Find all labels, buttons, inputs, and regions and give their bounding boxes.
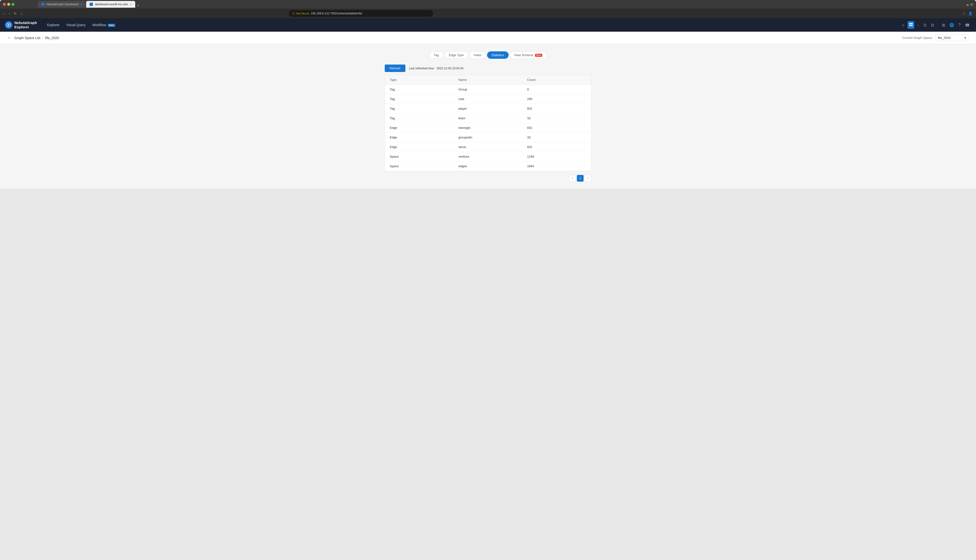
- tab-label-dashboard: dashboard.vesoft-inc.com: [95, 3, 128, 6]
- titlebar: NebulaGraph Dashboard ✕ dashboard.vesoft…: [0, 0, 976, 8]
- refresh-button-browser[interactable]: ↻: [13, 10, 18, 16]
- col-header-name: Name: [454, 75, 522, 85]
- td-count: 32: [522, 133, 591, 142]
- breadcrumb-bar: ← Graph Space List / fifa_2020 Current G…: [0, 32, 976, 44]
- nav-item-explorer[interactable]: Explorer: [44, 22, 62, 28]
- refresh-stats-btn[interactable]: Refresh: [385, 65, 405, 72]
- nav-right: ⊹ ↓ ⊡ ⊟ ⊞ 🌐 ? ☎: [900, 21, 971, 29]
- prev-page-btn[interactable]: ‹: [569, 175, 576, 182]
- svg-rect-2: [909, 23, 911, 24]
- settings-btn[interactable]: ⊞: [941, 22, 946, 29]
- td-type: Edge: [385, 123, 454, 132]
- schema-tool-btn[interactable]: [907, 21, 914, 29]
- table-row: Tagteam32: [385, 113, 591, 123]
- maximize-button[interactable]: [12, 3, 14, 6]
- td-name: vertices: [454, 152, 522, 161]
- main-content: Tag Edge Type Index Statistics View Sche…: [0, 44, 976, 189]
- svg-rect-4: [909, 25, 911, 26]
- security-icon: ⓘ: [292, 12, 295, 15]
- col-header-type: Type: [385, 75, 454, 85]
- last-refreshed-value: 2022-12-05 10:04:34: [436, 67, 463, 70]
- tab-statistics[interactable]: Statistics: [487, 51, 509, 59]
- table-row: Edgeserve831: [385, 142, 591, 152]
- browser-window: NebulaGraph Dashboard ✕ dashboard.vesoft…: [0, 0, 976, 18]
- td-type: Space: [385, 162, 454, 171]
- td-type: Tag: [385, 113, 454, 123]
- td-count: 1694: [522, 162, 591, 171]
- logo-area: NebulaGraph Explorer: [5, 21, 37, 29]
- td-count: 1166: [522, 152, 591, 161]
- chevron-down-icon: ▾: [964, 36, 966, 40]
- td-count: 295: [522, 94, 591, 103]
- td-name: groupedin: [454, 133, 522, 142]
- workflow-badge: Beta: [108, 24, 115, 27]
- graph-space-dropdown[interactable]: fifa_2020 ▾: [935, 35, 969, 41]
- table-body: TagGroup8Tagclub295Tagplayer831Tagteam32…: [385, 85, 591, 171]
- tab-edge-type[interactable]: Edge Type: [444, 51, 468, 59]
- table-row: Edgebelongto831: [385, 123, 591, 133]
- next-page-btn[interactable]: ›: [585, 175, 591, 182]
- address-bar-right: ☆ 👤: [962, 11, 973, 16]
- home-button[interactable]: ⌂: [20, 10, 23, 16]
- td-type: Edge: [385, 142, 454, 152]
- page-1-btn[interactable]: 1: [577, 175, 583, 182]
- col-header-count: Count: [522, 75, 591, 85]
- nav-item-visual-query[interactable]: Visual Query: [64, 22, 89, 28]
- address-input[interactable]: ⓘ Not Secure 192.168.8.131:7002/schema/s…: [289, 10, 433, 17]
- close-button[interactable]: [3, 3, 6, 6]
- logo-product: Explorer: [14, 25, 37, 29]
- forward-button[interactable]: ›: [8, 10, 11, 16]
- account-icon[interactable]: 👤: [968, 11, 973, 16]
- stats-panel: Refresh Last refreshed time: 2022-12-05 …: [385, 65, 591, 182]
- cloud-icon: ☁: [966, 3, 969, 6]
- phone-btn[interactable]: ☎: [964, 22, 971, 29]
- graph-space-selector: Current Graph Space: fifa_2020 ▾: [902, 35, 969, 41]
- table-row: Spaceedges1694: [385, 162, 591, 171]
- table-row: Tagclub295: [385, 94, 591, 104]
- globe-btn[interactable]: 🌐: [948, 22, 956, 29]
- new-tab-button[interactable]: +: [136, 3, 141, 8]
- back-navigation-btn[interactable]: ←: [7, 35, 12, 40]
- last-refreshed-text: Last refreshed time: 2022-12-05 10:04:34: [409, 67, 463, 70]
- view-schema-badge: Beta: [535, 54, 543, 57]
- tab-close-nebula[interactable]: ✕: [80, 3, 82, 6]
- tab-view-schema[interactable]: View Schema Beta: [510, 51, 547, 59]
- graph-space-value: fifa_2020: [938, 36, 951, 40]
- breadcrumb-current: fifa_2020: [45, 36, 59, 40]
- tab-favicon-dashboard: [90, 3, 93, 6]
- help-btn[interactable]: ?: [957, 22, 962, 28]
- logo-icon: [5, 21, 12, 29]
- svg-rect-5: [911, 25, 912, 26]
- td-name: edges: [454, 162, 522, 171]
- stats-table: Type Name Count TagGroup8Tagclub295Tagpl…: [385, 75, 591, 171]
- svg-point-1: [8, 24, 9, 26]
- minimize-button[interactable]: [7, 3, 10, 6]
- tab-dashboard[interactable]: dashboard.vesoft-inc.com ✕: [86, 1, 135, 8]
- breadcrumb-parent[interactable]: Graph Space List: [14, 36, 40, 40]
- tab-tag[interactable]: Tag: [429, 51, 443, 59]
- export-btn[interactable]: ⊡: [922, 22, 928, 29]
- tab-nebula[interactable]: NebulaGraph Dashboard ✕: [38, 1, 86, 8]
- table-row: Spacevertices1166: [385, 152, 591, 162]
- import-btn[interactable]: ↓: [916, 22, 921, 28]
- breadcrumb-separator: /: [42, 36, 43, 40]
- tab-bar: NebulaGraph Dashboard ✕ dashboard.vesoft…: [21, 1, 964, 8]
- td-name: Group: [454, 85, 522, 94]
- td-name: player: [454, 104, 522, 113]
- url-text: 192.168.8.131:7002/schema/statistic/list: [311, 12, 362, 15]
- td-name: club: [454, 94, 522, 103]
- nav-item-workflow[interactable]: Workflow Beta: [89, 22, 118, 28]
- back-button[interactable]: ‹: [3, 10, 6, 16]
- cursor-tool-btn[interactable]: ⊹: [900, 22, 906, 29]
- tab-close-dashboard[interactable]: ✕: [130, 3, 132, 6]
- td-name: team: [454, 113, 522, 123]
- grid-btn[interactable]: ⊟: [929, 22, 936, 29]
- pagination: ‹ 1 ›: [385, 175, 591, 182]
- td-type: Tag: [385, 94, 454, 103]
- td-count: 32: [522, 113, 591, 123]
- tab-index[interactable]: Index: [469, 51, 486, 59]
- table-row: TagGroup8: [385, 85, 591, 94]
- last-refreshed-prefix: Last refreshed time:: [409, 67, 435, 70]
- bookmark-icon[interactable]: ☆: [962, 11, 966, 16]
- td-type: Edge: [385, 133, 454, 142]
